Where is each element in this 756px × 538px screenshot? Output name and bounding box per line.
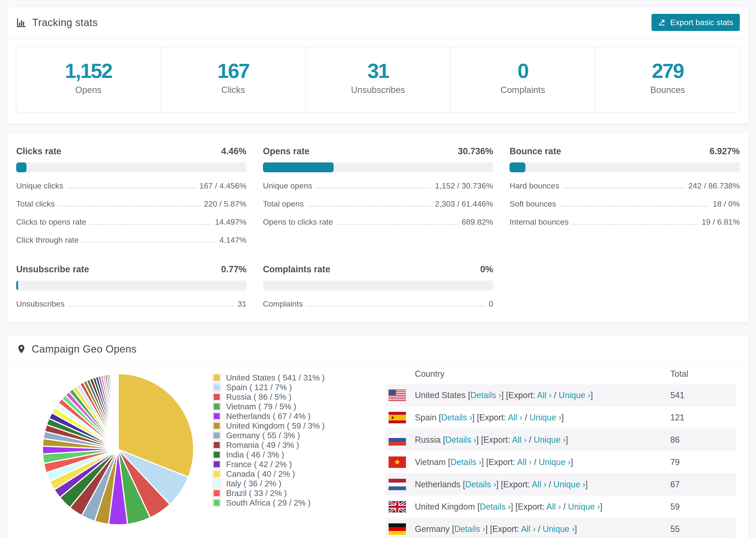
bracket: [ [439,413,441,422]
export-all-link[interactable]: All › [521,524,536,534]
campaign-geo-opens-card: Campaign Geo Opens United States ( 541 /… [7,336,749,538]
details-link[interactable]: Details › [454,524,485,534]
total-cell: 79 [670,457,736,467]
detail-value: 14.497% [215,217,246,227]
rate-detail-row: Soft bounces18 / 0% [510,199,740,208]
rate-progress-bar [263,281,493,290]
rates-card: Clicks rate4.46%Unique clicks167 / 4.456… [7,133,749,323]
bracket: [ [443,435,445,445]
geo-table-row-de: Germany [Details ›] [Export: All › / Uni… [386,518,736,538]
slash: / [532,457,539,467]
geo-table-row-vn: Vietnam [Details ›] [Export: All › / Uni… [386,451,736,473]
detail-label: Opens to clicks rate [263,217,333,227]
export-all-link[interactable]: All › [517,457,532,467]
dotted-leader [307,306,485,306]
summary-cell-bounces: 279Bounces [595,47,740,112]
rate-block-bounce-rate: Bounce rate6.927%Hard bounces242 / 86.73… [510,146,740,244]
summary-value: 1,152 [16,60,161,82]
vn-flag-icon [389,456,406,468]
summary-label: Clicks [161,85,305,95]
legend-swatch [212,431,221,440]
total-cell: 121 [670,413,736,422]
rate-title: Opens rate [263,146,310,156]
export-label: [Export: [501,480,532,489]
bracket: [ [452,524,454,534]
export-button-label: Export basic stats [670,18,733,27]
bracket: ] [481,457,486,467]
export-all-link[interactable]: All › [546,502,561,511]
summary-label: Unsubscribes [306,85,450,95]
summary-label: Opens [16,85,161,95]
export-unique-link[interactable]: Unique › [529,413,561,422]
summary-label: Bounces [595,85,740,95]
rate-value: 6.927% [710,146,740,156]
dotted-leader [90,224,211,225]
geo-card-header: Campaign Geo Opens [7,336,749,362]
detail-value: 167 / 4.456% [199,181,246,190]
export-unique-link[interactable]: Unique › [568,502,600,511]
detail-label: Total opens [263,199,304,208]
rate-value: 0% [480,264,493,274]
geo-table-row-nl: Netherlands [Details ›] [Export: All › /… [386,473,736,496]
tracking-stats-header: Tracking stats Export basic stats [7,7,749,38]
tracking-stats-card: Tracking stats Export basic stats 1,152O… [7,7,749,124]
country-cell: United States [Details ›] [Export: All ›… [415,390,670,400]
details-link[interactable]: Details › [441,413,472,422]
dotted-leader [316,188,431,188]
summary-value: 167 [161,60,305,82]
rate-title: Bounce rate [510,146,561,156]
country-name: Germany [415,524,452,534]
legend-item-netherlands: Netherlands ( 67 / 4% ) [212,411,325,421]
details-link[interactable]: Details › [470,390,501,400]
us-flag-icon [389,389,406,401]
export-basic-stats-button[interactable]: Export basic stats [652,14,740,31]
legend-swatch [212,383,221,392]
export-all-link[interactable]: All › [512,435,527,445]
legend-item-canada: Canada ( 40 / 2% ) [212,469,325,479]
details-link[interactable]: Details › [450,457,481,467]
detail-value: 689.82% [461,217,493,227]
legend-swatch [212,489,221,497]
legend-swatch [212,470,221,478]
bracket: ] [496,480,501,489]
bracket: ] [561,413,564,422]
ru-flag-icon [389,434,406,446]
legend-item-united-kingdom: United Kingdom ( 59 / 3% ) [212,421,325,430]
legend-item-italy: Italy ( 36 / 2% ) [212,479,325,488]
slash: / [552,390,559,400]
total-cell: 86 [670,435,736,445]
de-flag-icon [389,523,406,535]
export-unique-link[interactable]: Unique › [539,457,571,467]
export-unique-link[interactable]: Unique › [559,390,590,400]
legend-swatch [212,479,221,488]
bracket: ] [571,457,573,467]
export-all-link[interactable]: All › [532,480,546,489]
rate-title: Unsubscribe rate [16,264,89,274]
export-unique-link[interactable]: Unique › [543,524,574,534]
export-all-link[interactable]: All › [508,413,522,422]
export-all-link[interactable]: All › [537,390,552,400]
detail-label: Clicks to opens rate [16,217,86,227]
legend-label: Spain ( 121 / 7% ) [226,383,292,392]
legend-item-spain: Spain ( 121 / 7% ) [212,382,325,392]
bracket: [ [468,390,470,400]
country-cell: Russia [Details ›] [Export: All › / Uniq… [415,435,670,445]
legend-label: United States ( 541 / 31% ) [226,373,325,382]
export-unique-link[interactable]: Unique › [553,480,585,489]
gb-flag-icon [389,501,406,512]
geo-table-row-gb: United Kingdom [Details ›] [Export: All … [386,496,736,518]
details-link[interactable]: Details › [465,480,496,489]
bracket: ] [511,502,515,511]
details-link[interactable]: Details › [480,502,511,511]
rate-progress-bar [510,162,740,172]
summary-cell-opens: 1,152Opens [16,47,161,112]
summary-value: 279 [595,60,740,82]
legend-label: Germany ( 55 / 3% ) [226,431,300,440]
export-unique-link[interactable]: Unique › [534,435,566,445]
legend-label: France ( 42 / 2% ) [226,459,292,469]
rate-detail-row: Unique clicks167 / 4.456% [16,181,246,190]
rate-title: Clicks rate [16,146,61,156]
details-link[interactable]: Details › [445,435,476,445]
detail-label: Total clicks [16,199,55,208]
bracket: [ [477,502,480,511]
